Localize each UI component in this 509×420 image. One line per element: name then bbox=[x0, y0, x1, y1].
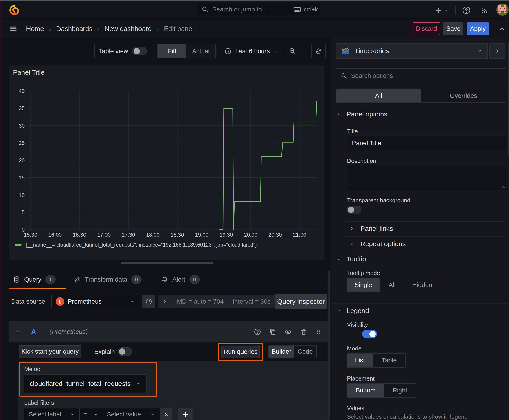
tab-transform[interactable]: Transform data 0 bbox=[74, 270, 142, 289]
legend-mode-label: Mode bbox=[347, 345, 362, 352]
chart-legend[interactable]: {__name__="cloudflared_tunnel_total_requ… bbox=[15, 242, 257, 248]
select-label-dropdown[interactable]: Select label bbox=[24, 408, 80, 420]
legend-placement-right[interactable]: Right bbox=[384, 384, 416, 397]
query-options-band[interactable]: MD = auto = 704 Interval = 30s bbox=[159, 295, 275, 308]
grafana-logo[interactable] bbox=[9, 4, 21, 16]
zoom-out-button[interactable] bbox=[284, 45, 301, 58]
select-label-placeholder: Select label bbox=[29, 411, 69, 418]
legend-placement-bottom[interactable]: Bottom bbox=[347, 384, 384, 397]
tooltip-mode-hidden[interactable]: Hidden bbox=[404, 278, 440, 292]
svg-text:5: 5 bbox=[22, 209, 25, 215]
save-button[interactable]: Save bbox=[443, 22, 463, 35]
duplicate-query-button[interactable] bbox=[269, 328, 276, 336]
actual-option[interactable]: Actual bbox=[186, 45, 215, 58]
svg-text:16:00: 16:00 bbox=[48, 232, 62, 238]
breadcrumb-bar: Home › Dashboards › New dashboard › Edit… bbox=[1, 19, 509, 38]
breadcrumb-new-dashboard[interactable]: New dashboard bbox=[105, 25, 152, 32]
help-icon bbox=[462, 6, 471, 15]
discard-button[interactable]: Discard bbox=[413, 22, 440, 35]
query-help-button[interactable] bbox=[254, 328, 261, 336]
legend-header[interactable]: Legend bbox=[336, 307, 369, 315]
tab-query[interactable]: Query 1 bbox=[13, 270, 56, 289]
tab-overrides[interactable]: Overrides bbox=[421, 89, 506, 102]
svg-text:40: 40 bbox=[19, 88, 25, 94]
legend-series-label[interactable]: {__name__="cloudflared_tunnel_total_requ… bbox=[26, 242, 257, 248]
datasource-label: Data source bbox=[11, 298, 45, 305]
visualization-select[interactable]: Time series bbox=[336, 43, 488, 59]
time-range-button[interactable]: Last 6 hours bbox=[220, 45, 284, 58]
breadcrumb-home[interactable]: Home bbox=[26, 25, 44, 32]
drag-query-handle[interactable] bbox=[315, 328, 322, 336]
chevron-down-icon[interactable] bbox=[15, 329, 21, 335]
metric-label: Metric bbox=[24, 366, 40, 373]
section-divider bbox=[332, 303, 509, 304]
builder-option[interactable]: Builder bbox=[269, 345, 294, 358]
time-range-label: Last 6 hours bbox=[235, 48, 270, 55]
options-search-box[interactable] bbox=[336, 68, 506, 83]
transparent-background-toggle[interactable] bbox=[347, 205, 361, 214]
global-search[interactable]: ctrl+k bbox=[197, 3, 320, 16]
chevron-up-icon bbox=[498, 25, 506, 33]
news-button[interactable] bbox=[480, 6, 489, 15]
metric-select[interactable]: cloudflared_tunnel_total_requests bbox=[24, 374, 147, 393]
description-textarea[interactable] bbox=[347, 165, 506, 190]
panel-title-input[interactable] bbox=[347, 136, 506, 150]
chevron-right-icon bbox=[349, 241, 355, 247]
query-tabs-bar: Query 1 Transform data 0 Alert 0 bbox=[1, 270, 332, 289]
tab-transform-label: Transform data bbox=[85, 276, 127, 283]
run-queries-button[interactable]: Run queries bbox=[221, 345, 260, 358]
repeat-options-header[interactable]: Repeat options bbox=[349, 240, 406, 248]
panel-options-header[interactable]: Panel options bbox=[336, 110, 387, 118]
help-icon bbox=[254, 328, 261, 336]
panel-resize-handle[interactable] bbox=[121, 262, 213, 264]
kick-start-query-button[interactable]: Kick start your query bbox=[19, 345, 81, 358]
top-bar: ctrl+k bbox=[1, 1, 509, 19]
operator-dropdown[interactable]: = bbox=[80, 408, 102, 420]
add-filter-button[interactable] bbox=[178, 408, 193, 420]
delete-query-button[interactable] bbox=[300, 328, 307, 336]
help-button[interactable] bbox=[462, 6, 471, 15]
query-datasource-hint: (Prometheus) bbox=[50, 328, 88, 335]
legend-mode-table[interactable]: Table bbox=[373, 354, 405, 367]
menu-button[interactable] bbox=[8, 24, 18, 33]
code-option[interactable]: Code bbox=[294, 345, 316, 358]
tab-alert[interactable]: Alert 0 bbox=[161, 270, 200, 289]
explain-toggle[interactable] bbox=[118, 347, 132, 356]
legend-visibility-toggle[interactable] bbox=[362, 330, 377, 338]
tooltip-mode-single[interactable]: Single bbox=[347, 278, 380, 292]
query-row-header[interactable]: A (Prometheus) bbox=[8, 321, 328, 342]
copy-icon bbox=[269, 328, 276, 336]
refresh-button[interactable] bbox=[311, 44, 326, 58]
select-value-dropdown[interactable]: Select value bbox=[102, 408, 160, 420]
search-input[interactable] bbox=[212, 6, 293, 13]
panel-links-label: Panel links bbox=[360, 225, 393, 232]
legend-values-label: Values bbox=[347, 405, 365, 412]
plus-icon bbox=[434, 7, 442, 14]
options-search-input[interactable] bbox=[351, 72, 501, 79]
fill-option[interactable]: Fill bbox=[158, 45, 186, 58]
panel-edit-left-pane: Table view Fill Actual Last 6 hours Pane… bbox=[1, 38, 332, 420]
datasource-help-button[interactable] bbox=[142, 295, 155, 308]
options-pane-scrollbar[interactable] bbox=[508, 43, 509, 155]
resize-corner-icon bbox=[501, 185, 505, 189]
search-shortcut: ctrl+k bbox=[304, 6, 318, 13]
toggle-visibility-query-button[interactable] bbox=[284, 328, 292, 336]
apply-button[interactable]: Apply bbox=[467, 22, 489, 35]
table-view-toggle[interactable] bbox=[132, 47, 147, 55]
left-pane-scrollbar[interactable] bbox=[328, 270, 330, 420]
tooltip-mode-all[interactable]: All bbox=[380, 278, 404, 292]
tab-transform-count: 0 bbox=[131, 275, 142, 284]
visualization-suggestions-button[interactable] bbox=[489, 43, 505, 59]
panel-links-header[interactable]: Panel links bbox=[349, 225, 393, 232]
new-menu-button[interactable] bbox=[434, 5, 449, 15]
breadcrumb-dashboards[interactable]: Dashboards bbox=[56, 25, 92, 32]
tooltip-header[interactable]: Tooltip bbox=[336, 255, 366, 263]
chart-svg[interactable]: 15:3016:0016:3017:0017:3018:0018:3019:00… bbox=[9, 65, 324, 241]
user-avatar[interactable] bbox=[496, 4, 509, 16]
collapse-editor-button[interactable] bbox=[498, 25, 506, 33]
query-inspector-button[interactable]: Query inspector bbox=[275, 294, 327, 309]
datasource-select[interactable]: Prometheus bbox=[51, 295, 139, 308]
legend-mode-list[interactable]: List bbox=[347, 354, 373, 367]
tab-all[interactable]: All bbox=[336, 89, 421, 102]
remove-filter-button[interactable] bbox=[160, 408, 172, 420]
